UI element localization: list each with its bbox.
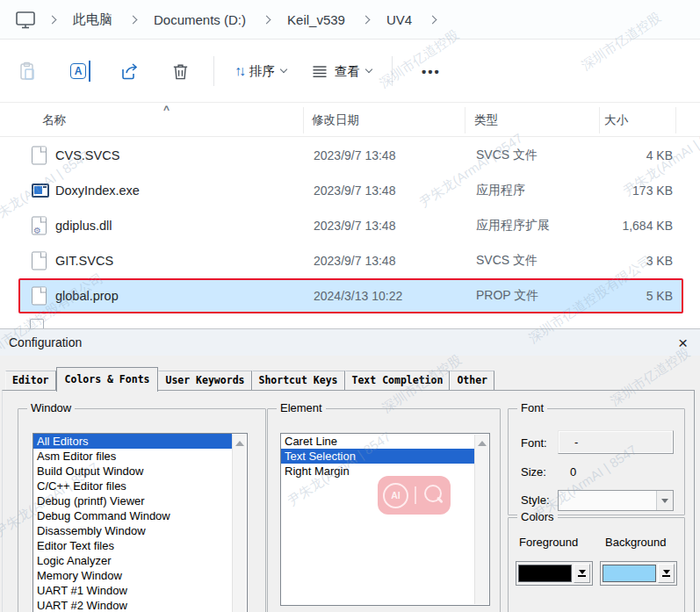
column-header-date[interactable]: 修改日期 — [312, 112, 359, 128]
ai-assistant-overlay[interactable]: AI — [378, 476, 451, 515]
style-combobox-value — [559, 491, 656, 510]
file-size: 3 KB — [646, 254, 673, 268]
background-swatch[interactable] — [600, 561, 677, 586]
breadcrumb-item[interactable]: UV4 — [381, 10, 417, 30]
list-item[interactable]: UART #2 Window — [33, 598, 232, 612]
list-item[interactable]: Memory Window — [33, 568, 232, 583]
list-item[interactable]: Text Selection — [281, 449, 474, 464]
list-item[interactable]: C/C++ Editor files — [33, 479, 232, 493]
table-row[interactable]: gdiplus.dll 2023/9/7 13:48 应用程序扩展 1,684 … — [18, 208, 683, 243]
share-button[interactable] — [104, 52, 155, 90]
table-row[interactable]: global.prop 2024/3/13 10:22 PROP 文件 5 KB — [18, 278, 683, 313]
dialog-tab[interactable]: Other — [450, 371, 494, 390]
list-item[interactable]: Right Margin — [281, 464, 474, 479]
ai-icon[interactable]: AI — [383, 483, 408, 508]
more-button[interactable]: ••• — [401, 64, 462, 79]
list-item[interactable]: Debug (printf) Viewer — [33, 493, 232, 508]
list-item[interactable]: Caret Line — [281, 434, 474, 449]
view-label: 查看 — [335, 63, 360, 80]
breadcrumb-item[interactable]: Documents (D:) — [148, 10, 251, 30]
foreground-swatch[interactable] — [516, 561, 593, 586]
column-divider[interactable] — [675, 107, 676, 133]
dialog-tab[interactable]: Editor — [5, 371, 56, 390]
window-list: All Editors Asm Editor files Build Outpu… — [33, 434, 247, 612]
file-icon — [32, 217, 47, 235]
file-name: gdiplus.dll — [55, 219, 112, 233]
sort-button[interactable]: ↑↓ 排序 — [222, 52, 299, 90]
paste-button[interactable] — [2, 52, 53, 90]
element-listbox[interactable]: Caret Line Text Selection Right Margin — [280, 433, 490, 606]
delete-button[interactable] — [155, 52, 206, 90]
close-icon[interactable]: × — [678, 335, 688, 351]
search-icon[interactable] — [422, 483, 445, 508]
file-type: 应用程序 — [476, 183, 525, 198]
list-item[interactable]: Build Output Window — [33, 464, 232, 479]
file-size: 173 KB — [632, 184, 673, 198]
table-row[interactable]: GIT.SVCS 2023/9/7 13:48 SVCS 文件 3 KB — [18, 243, 683, 278]
file-date: 2023/9/7 13:48 — [314, 219, 395, 233]
dropdown-bar-icon — [662, 575, 670, 577]
screen: 此电脑 Documents (D:) Keil_v539 UV4 A — [0, 0, 700, 612]
sort-label: 排序 — [249, 63, 275, 80]
window-group-label: Window — [27, 401, 75, 414]
table-row[interactable]: DoxyIndex.exe 2023/9/7 13:48 应用程序 173 KB — [18, 173, 683, 208]
column-divider[interactable] — [465, 107, 465, 133]
font-select-button[interactable]: - — [558, 430, 674, 454]
dialog-tab[interactable]: Shortcut Keys — [252, 371, 345, 390]
combobox-dropdown-icon[interactable] — [656, 491, 673, 510]
breadcrumb-item[interactable]: 此电脑 — [68, 9, 118, 31]
file-type: PROP 文件 — [476, 288, 538, 304]
element-list: Caret Line Text Selection Right Margin — [281, 434, 489, 479]
font-group-label: Font — [517, 401, 547, 414]
column-header-name[interactable]: 名称 — [42, 112, 66, 128]
list-item[interactable]: UART #1 Window — [33, 583, 232, 598]
dialog-tab[interactable]: Colors & Fonts — [56, 367, 159, 392]
file-type: SVCS 文件 — [476, 148, 538, 163]
overlay-divider — [415, 486, 416, 504]
style-combobox[interactable] — [558, 490, 674, 511]
list-item[interactable]: Debug Command Window — [33, 508, 232, 523]
dialog-tab[interactable]: Text Completion — [345, 371, 451, 390]
scrollbar[interactable] — [232, 435, 246, 612]
list-item[interactable]: All Editors — [33, 434, 232, 449]
font-field-label: Font: — [521, 436, 547, 450]
dropdown-arrow-icon — [579, 570, 586, 574]
list-item[interactable]: Disassembly Window — [33, 523, 232, 538]
chevron-right-icon — [429, 15, 437, 24]
column-divider[interactable] — [303, 107, 304, 133]
file-size: 4 KB — [646, 148, 673, 162]
column-header-type[interactable]: 类型 — [474, 112, 498, 128]
list-item[interactable]: Asm Editor files — [33, 449, 232, 464]
file-size: 1,684 KB — [622, 219, 673, 233]
breadcrumb-item[interactable]: Keil_v539 — [282, 10, 350, 30]
file-icon — [32, 147, 47, 165]
file-date: 2023/9/7 13:48 — [314, 254, 395, 268]
list-item[interactable]: Editor Text files — [33, 538, 232, 553]
file-type: SVCS 文件 — [476, 253, 538, 269]
tab-strip: Editor Colors & Fonts User Keywords Shor… — [5, 364, 494, 391]
view-button[interactable]: 查看 — [299, 52, 384, 90]
file-icon — [32, 184, 49, 198]
file-icon — [32, 252, 47, 270]
list-item[interactable]: Logic Analyzer — [33, 553, 232, 568]
file-size: 5 KB — [646, 289, 673, 303]
chevron-right-icon — [361, 15, 370, 24]
foreground-color-well — [518, 565, 572, 582]
color-dropdown-button[interactable] — [574, 564, 590, 583]
column-divider[interactable] — [599, 107, 600, 133]
file-type: 应用程序扩展 — [476, 218, 550, 234]
partial-file-icon — [30, 319, 44, 328]
breadcrumb-items: 此电脑 Documents (D:) Keil_v539 UV4 — [37, 9, 417, 31]
dialog-tab[interactable]: User Keywords — [158, 371, 251, 390]
window-listbox[interactable]: All Editors Asm Editor files Build Outpu… — [32, 433, 248, 612]
element-group-label: Element — [277, 401, 326, 414]
file-date: 2023/9/7 13:48 — [314, 184, 395, 198]
rename-button[interactable]: A — [53, 52, 104, 90]
this-pc-icon[interactable] — [14, 9, 37, 31]
color-dropdown-button[interactable] — [658, 564, 675, 583]
column-header-size[interactable]: 大小 — [604, 112, 628, 128]
table-row[interactable]: CVS.SVCS 2023/9/7 13:48 SVCS 文件 4 KB — [18, 138, 683, 173]
toolbar-divider — [213, 56, 214, 86]
scrollbar[interactable] — [474, 435, 488, 604]
size-field-label: Size: — [521, 465, 546, 479]
